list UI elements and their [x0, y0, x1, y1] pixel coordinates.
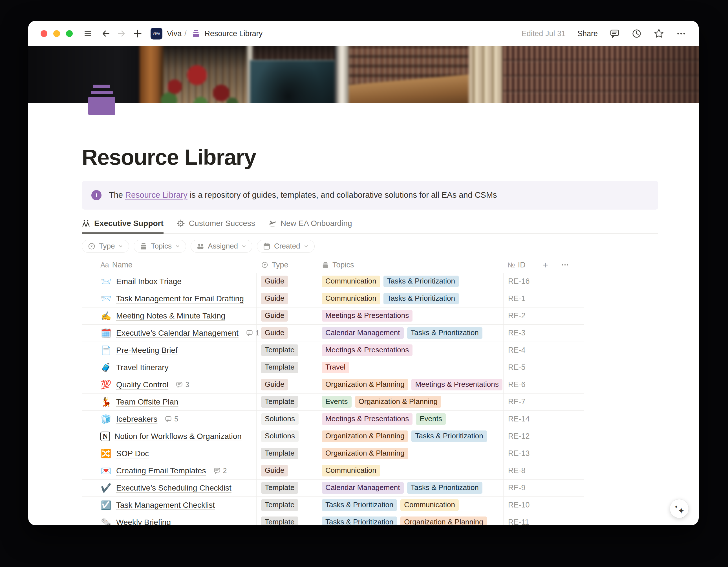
tab-executive-support[interactable]: Executive Support	[82, 219, 164, 233]
type-cell[interactable]: Solutions	[257, 428, 317, 445]
topics-cell[interactable]: Meetings & Presentations	[317, 308, 504, 325]
page-cover-image[interactable]	[28, 46, 699, 103]
column-header-name[interactable]: Aa Name	[82, 260, 257, 269]
id-cell[interactable]: RE-4	[504, 342, 536, 359]
name-cell[interactable]: 📨 Email Inbox Triage	[82, 273, 257, 290]
topics-cell[interactable]: Calendar ManagementTasks & Prioritizatio…	[317, 325, 504, 342]
topics-cell[interactable]: EventsOrganization & Planning	[317, 394, 504, 411]
name-cell[interactable]: 💯 Quality Control 3	[82, 376, 257, 393]
topics-cell[interactable]: Organization & Planning	[317, 445, 504, 462]
topics-cell[interactable]: Organization & PlanningTasks & Prioritiz…	[317, 428, 504, 445]
type-cell[interactable]: Guide	[257, 325, 317, 342]
type-cell[interactable]: Template	[257, 480, 317, 497]
comment-count[interactable]: 2	[213, 467, 227, 475]
topics-cell[interactable]: Tasks & PrioritizationCommunication	[317, 497, 504, 514]
tab-new-ea-onboarding[interactable]: New EA Onboarding	[268, 219, 352, 233]
topics-cell[interactable]: CommunicationTasks & Prioritization	[317, 273, 504, 290]
favorite-star-icon[interactable]	[654, 28, 664, 39]
id-cell[interactable]: RE-6	[504, 376, 536, 393]
topics-cell[interactable]: Tasks & PrioritizationOrganization & Pla…	[317, 514, 504, 525]
type-cell[interactable]: Template	[257, 359, 317, 376]
type-cell[interactable]: Template	[257, 497, 317, 514]
sidebar-menu-icon[interactable]	[83, 29, 92, 38]
id-cell[interactable]: RE-16	[504, 273, 536, 290]
type-cell[interactable]: Template	[257, 394, 317, 411]
page-link[interactable]: Executive’s Calendar Management	[116, 329, 239, 338]
page-link[interactable]: Executive’s Scheduling Checklist	[116, 484, 231, 493]
name-cell[interactable]: 📨 Task Management for Email Drafting	[82, 290, 257, 307]
callout-page-link[interactable]: Resource Library	[125, 190, 187, 199]
ai-assistant-button[interactable]: ✦✦	[670, 499, 689, 518]
topics-cell[interactable]: Meetings & PresentationsEvents	[317, 411, 504, 428]
page-link[interactable]: Icebreakers	[116, 415, 157, 424]
column-header-id[interactable]: № ID	[504, 260, 536, 269]
page-link[interactable]: Weekly Briefing	[116, 518, 171, 525]
type-cell[interactable]: Guide	[257, 273, 317, 290]
back-button[interactable]	[101, 29, 111, 38]
name-cell[interactable]: 🔀 SOP Doc	[82, 445, 257, 462]
name-cell[interactable]: 🗓️ Executive’s Calendar Management 1	[82, 325, 257, 342]
name-cell[interactable]: 🧊 Icebreakers 5	[82, 411, 257, 428]
id-cell[interactable]: RE-11	[504, 514, 536, 525]
history-clock-icon[interactable]	[632, 28, 642, 39]
breadcrumb-page[interactable]: Resource Library	[205, 29, 263, 38]
name-cell[interactable]: 💃 Team Offsite Plan	[82, 394, 257, 411]
topics-cell[interactable]: Calendar ManagementTasks & Prioritizatio…	[317, 480, 504, 497]
filter-assigned[interactable]: Assigned	[191, 240, 252, 253]
page-link[interactable]: SOP Doc	[116, 449, 149, 458]
page-link[interactable]: Travel Itinerary	[116, 363, 169, 372]
topics-cell[interactable]: CommunicationTasks & Prioritization	[317, 290, 504, 307]
id-cell[interactable]: RE-12	[504, 428, 536, 445]
comment-count[interactable]: 5	[165, 415, 178, 423]
forward-button[interactable]	[117, 29, 126, 38]
comment-count[interactable]: 3	[176, 381, 189, 389]
id-cell[interactable]: RE-5	[504, 359, 536, 376]
id-cell[interactable]: RE-7	[504, 394, 536, 411]
workspace-logo[interactable]: VIVA	[151, 28, 162, 39]
type-cell[interactable]: Solutions	[257, 411, 317, 428]
column-header-type[interactable]: Type	[257, 260, 317, 269]
id-cell[interactable]: RE-9	[504, 480, 536, 497]
filter-type[interactable]: Type	[82, 240, 129, 253]
topics-cell[interactable]: Organization & PlanningMeetings & Presen…	[317, 376, 504, 393]
page-link[interactable]: Task Management for Email Drafting	[116, 294, 244, 303]
name-cell[interactable]: 📄 Pre-Meeting Brief	[82, 342, 257, 359]
new-page-button[interactable]	[133, 28, 143, 39]
id-cell[interactable]: RE-13	[504, 445, 536, 462]
name-cell[interactable]: ✍️ Meeting Notes & Minute Taking	[82, 308, 257, 325]
page-archive-icon[interactable]	[88, 85, 115, 115]
id-cell[interactable]: RE-3	[504, 325, 536, 342]
filter-topics[interactable]: Topics	[134, 240, 186, 253]
type-cell[interactable]: Template	[257, 514, 317, 525]
id-cell[interactable]: RE-1	[504, 290, 536, 307]
more-options-icon[interactable]	[676, 28, 686, 39]
close-window-button[interactable]	[41, 30, 47, 37]
name-cell[interactable]: 💌 Creating Email Templates 2	[82, 462, 257, 479]
page-title[interactable]: Resource Library	[82, 145, 658, 170]
zoom-window-button[interactable]	[66, 30, 73, 37]
minimize-window-button[interactable]	[53, 30, 60, 37]
type-cell[interactable]: Guide	[257, 290, 317, 307]
type-cell[interactable]: Guide	[257, 462, 317, 479]
page-link[interactable]: Team Offsite Plan	[116, 398, 178, 407]
type-cell[interactable]: Template	[257, 342, 317, 359]
name-cell[interactable]: ☑️ Task Management Checklist	[82, 497, 257, 514]
topics-cell[interactable]: Travel	[317, 359, 504, 376]
page-link[interactable]: Notion for Workflows & Organization	[114, 432, 242, 441]
id-cell[interactable]: RE-8	[504, 462, 536, 479]
page-link[interactable]: Pre-Meeting Brief	[116, 346, 178, 355]
breadcrumb-workspace[interactable]: Viva	[167, 29, 182, 38]
type-cell[interactable]: Guide	[257, 376, 317, 393]
table-options-icon[interactable]	[561, 260, 570, 269]
topics-cell[interactable]: Meetings & Presentations	[317, 342, 504, 359]
share-button[interactable]: Share	[577, 29, 598, 38]
comments-icon[interactable]	[610, 28, 620, 39]
type-cell[interactable]: Template	[257, 445, 317, 462]
filter-created[interactable]: Created	[257, 240, 315, 253]
topics-cell[interactable]: Communication	[317, 462, 504, 479]
page-link[interactable]: Quality Control	[116, 380, 168, 389]
name-cell[interactable]: N Notion for Workflows & Organization	[82, 428, 257, 445]
page-link[interactable]: Email Inbox Triage	[116, 277, 182, 286]
column-header-topics[interactable]: Topics	[317, 260, 504, 269]
name-cell[interactable]: 🗞️ Weekly Briefing	[82, 514, 257, 525]
